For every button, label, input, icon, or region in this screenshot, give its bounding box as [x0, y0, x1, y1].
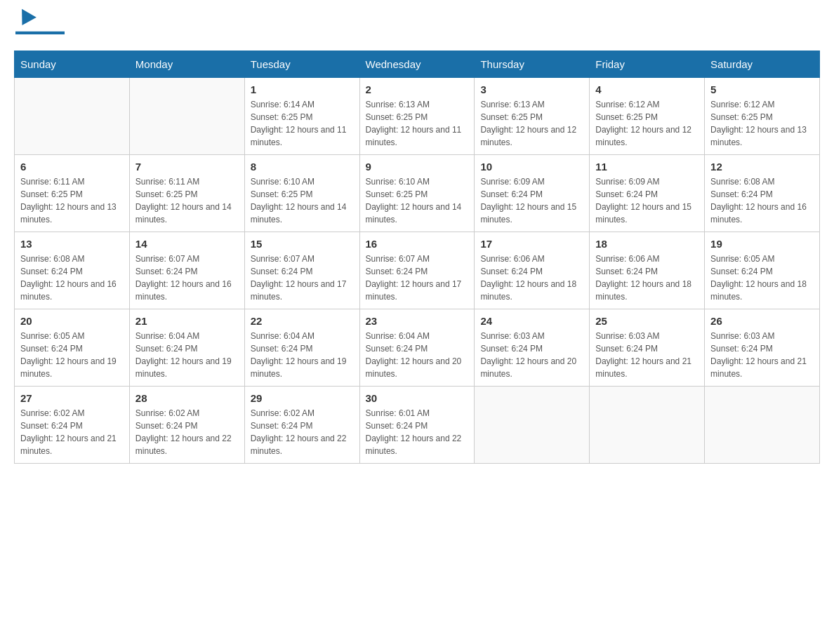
calendar-cell: 12Sunrise: 6:08 AMSunset: 6:24 PMDayligh… [705, 155, 820, 232]
day-number: 2 [366, 83, 469, 95]
calendar-cell [475, 387, 590, 464]
day-number: 26 [710, 315, 814, 327]
day-number: 20 [20, 315, 124, 327]
day-info: Sunrise: 6:04 AMSunset: 6:24 PMDaylight:… [366, 330, 469, 380]
day-info: Sunrise: 6:10 AMSunset: 6:25 PMDaylight:… [251, 175, 354, 226]
day-number: 28 [135, 392, 239, 404]
calendar-table: SundayMondayTuesdayWednesdayThursdayFrid… [14, 51, 820, 464]
day-number: 18 [595, 238, 699, 250]
calendar-cell: 9Sunrise: 6:10 AMSunset: 6:25 PMDaylight… [359, 155, 475, 232]
day-number: 5 [710, 83, 814, 95]
day-info: Sunrise: 6:08 AMSunset: 6:24 PMDaylight:… [20, 253, 124, 303]
calendar-cell: 18Sunrise: 6:06 AMSunset: 6:24 PMDayligh… [590, 232, 705, 309]
calendar-cell: 6Sunrise: 6:11 AMSunset: 6:25 PMDaylight… [15, 155, 130, 232]
day-info: Sunrise: 6:02 AMSunset: 6:24 PMDaylight:… [135, 407, 239, 457]
day-info: Sunrise: 6:13 AMSunset: 6:25 PMDaylight:… [366, 98, 469, 149]
day-info: Sunrise: 6:04 AMSunset: 6:24 PMDaylight:… [135, 330, 239, 380]
calendar-header-row: SundayMondayTuesdayWednesdayThursdayFrid… [15, 51, 820, 78]
calendar-cell: 7Sunrise: 6:11 AMSunset: 6:25 PMDaylight… [129, 155, 244, 232]
day-info: Sunrise: 6:07 AMSunset: 6:24 PMDaylight:… [135, 253, 239, 303]
calendar-cell: 11Sunrise: 6:09 AMSunset: 6:24 PMDayligh… [590, 155, 705, 232]
calendar-header-tuesday: Tuesday [244, 51, 359, 78]
calendar-cell: 28Sunrise: 6:02 AMSunset: 6:24 PMDayligh… [129, 387, 244, 464]
day-info: Sunrise: 6:12 AMSunset: 6:25 PMDaylight:… [595, 98, 699, 149]
calendar-cell [129, 78, 244, 155]
calendar-cell [590, 387, 705, 464]
calendar-cell: 5Sunrise: 6:12 AMSunset: 6:25 PMDaylight… [705, 78, 820, 155]
day-number: 16 [366, 238, 469, 250]
calendar-header-sunday: Sunday [15, 51, 130, 78]
calendar-header-thursday: Thursday [475, 51, 590, 78]
day-info: Sunrise: 6:06 AMSunset: 6:24 PMDaylight:… [595, 253, 699, 303]
logo-underline: ▬▬▬▬▬ [15, 25, 65, 36]
day-number: 27 [20, 392, 124, 404]
calendar-header-saturday: Saturday [705, 51, 820, 78]
calendar-header-friday: Friday [590, 51, 705, 78]
day-number: 15 [251, 238, 354, 250]
calendar-cell: 16Sunrise: 6:07 AMSunset: 6:24 PMDayligh… [359, 232, 475, 309]
calendar-cell: 14Sunrise: 6:07 AMSunset: 6:24 PMDayligh… [129, 232, 244, 309]
calendar-cell: 17Sunrise: 6:06 AMSunset: 6:24 PMDayligh… [475, 232, 590, 309]
calendar-week-4: 20Sunrise: 6:05 AMSunset: 6:24 PMDayligh… [15, 309, 820, 387]
day-number: 4 [595, 83, 699, 95]
day-number: 23 [366, 315, 469, 327]
day-info: Sunrise: 6:03 AMSunset: 6:24 PMDaylight:… [595, 330, 699, 380]
calendar-cell [15, 78, 130, 155]
day-info: Sunrise: 6:08 AMSunset: 6:24 PMDaylight:… [710, 175, 814, 226]
day-number: 12 [710, 161, 814, 173]
day-info: Sunrise: 6:12 AMSunset: 6:25 PMDaylight:… [710, 98, 814, 149]
day-number: 25 [595, 315, 699, 327]
day-number: 8 [251, 161, 354, 173]
calendar-cell: 4Sunrise: 6:12 AMSunset: 6:25 PMDaylight… [590, 78, 705, 155]
calendar-header-monday: Monday [129, 51, 244, 78]
day-info: Sunrise: 6:05 AMSunset: 6:24 PMDaylight:… [710, 253, 814, 303]
day-info: Sunrise: 6:14 AMSunset: 6:25 PMDaylight:… [251, 98, 354, 149]
page-header: ▬▬▬▬▬ [14, 14, 820, 36]
calendar-header-wednesday: Wednesday [359, 51, 475, 78]
calendar-cell: 27Sunrise: 6:02 AMSunset: 6:24 PMDayligh… [15, 387, 130, 464]
day-info: Sunrise: 6:03 AMSunset: 6:24 PMDaylight:… [480, 330, 583, 380]
calendar-cell: 15Sunrise: 6:07 AMSunset: 6:24 PMDayligh… [244, 232, 359, 309]
calendar-cell: 8Sunrise: 6:10 AMSunset: 6:25 PMDaylight… [244, 155, 359, 232]
day-number: 30 [366, 392, 469, 404]
day-number: 7 [135, 161, 239, 173]
calendar-cell: 20Sunrise: 6:05 AMSunset: 6:24 PMDayligh… [15, 309, 130, 387]
day-info: Sunrise: 6:02 AMSunset: 6:24 PMDaylight:… [251, 407, 354, 457]
day-number: 9 [366, 161, 469, 173]
calendar-cell: 19Sunrise: 6:05 AMSunset: 6:24 PMDayligh… [705, 232, 820, 309]
calendar-cell: 10Sunrise: 6:09 AMSunset: 6:24 PMDayligh… [475, 155, 590, 232]
calendar-cell: 3Sunrise: 6:13 AMSunset: 6:25 PMDaylight… [475, 78, 590, 155]
day-info: Sunrise: 6:10 AMSunset: 6:25 PMDaylight:… [366, 175, 469, 226]
calendar-week-2: 6Sunrise: 6:11 AMSunset: 6:25 PMDaylight… [15, 155, 820, 232]
day-number: 22 [251, 315, 354, 327]
day-number: 1 [251, 83, 354, 95]
day-number: 3 [480, 83, 583, 95]
day-number: 17 [480, 238, 583, 250]
day-info: Sunrise: 6:09 AMSunset: 6:24 PMDaylight:… [480, 175, 583, 226]
calendar-cell: 2Sunrise: 6:13 AMSunset: 6:25 PMDaylight… [359, 78, 475, 155]
day-info: Sunrise: 6:07 AMSunset: 6:24 PMDaylight:… [366, 253, 469, 303]
day-number: 14 [135, 238, 239, 250]
day-info: Sunrise: 6:07 AMSunset: 6:24 PMDaylight:… [251, 253, 354, 303]
day-info: Sunrise: 6:11 AMSunset: 6:25 PMDaylight:… [135, 175, 239, 226]
calendar-cell: 13Sunrise: 6:08 AMSunset: 6:24 PMDayligh… [15, 232, 130, 309]
day-info: Sunrise: 6:09 AMSunset: 6:24 PMDaylight:… [595, 175, 699, 226]
day-info: Sunrise: 6:05 AMSunset: 6:24 PMDaylight:… [20, 330, 124, 380]
day-number: 11 [595, 161, 699, 173]
day-number: 21 [135, 315, 239, 327]
calendar-cell: 21Sunrise: 6:04 AMSunset: 6:24 PMDayligh… [129, 309, 244, 387]
day-number: 24 [480, 315, 583, 327]
calendar-cell: 26Sunrise: 6:03 AMSunset: 6:24 PMDayligh… [705, 309, 820, 387]
calendar-cell: 25Sunrise: 6:03 AMSunset: 6:24 PMDayligh… [590, 309, 705, 387]
calendar-cell [705, 387, 820, 464]
calendar-cell: 1Sunrise: 6:14 AMSunset: 6:25 PMDaylight… [244, 78, 359, 155]
day-info: Sunrise: 6:03 AMSunset: 6:24 PMDaylight:… [710, 330, 814, 380]
calendar-cell: 23Sunrise: 6:04 AMSunset: 6:24 PMDayligh… [359, 309, 475, 387]
day-number: 19 [710, 238, 814, 250]
day-info: Sunrise: 6:11 AMSunset: 6:25 PMDaylight:… [20, 175, 124, 226]
day-info: Sunrise: 6:01 AMSunset: 6:24 PMDaylight:… [366, 407, 469, 457]
day-info: Sunrise: 6:02 AMSunset: 6:24 PMDaylight:… [20, 407, 124, 457]
day-number: 29 [251, 392, 354, 404]
day-info: Sunrise: 6:04 AMSunset: 6:24 PMDaylight:… [251, 330, 354, 380]
calendar-week-3: 13Sunrise: 6:08 AMSunset: 6:24 PMDayligh… [15, 232, 820, 309]
